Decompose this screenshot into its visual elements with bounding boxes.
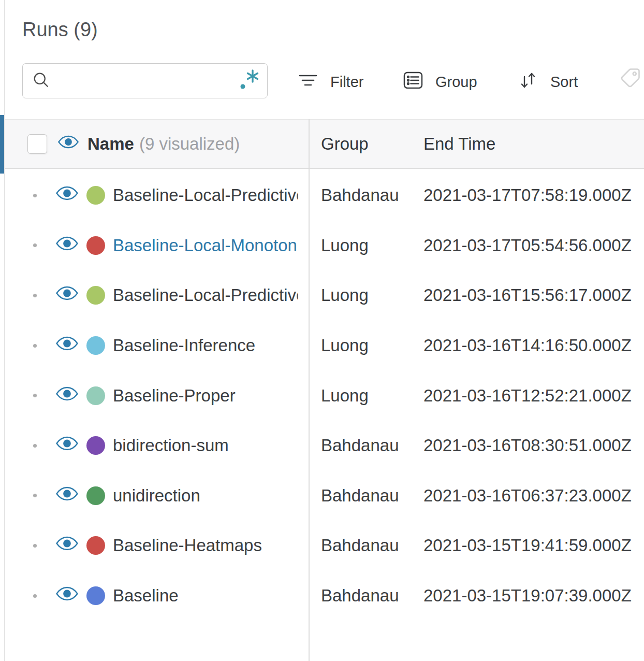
- group-icon: [403, 71, 423, 93]
- table-row: Baseline-Heatmaps Bahdanau 2021-03-15T19…: [5, 521, 644, 571]
- table-row: Baseline-Local-Predictive Luong 2021-03-…: [5, 270, 644, 321]
- drag-handle[interactable]: [33, 344, 37, 348]
- run-name-cell: Baseline-Inference: [5, 336, 309, 355]
- table-row: Baseline-Proper Luong 2021-03-16T12:52:2…: [5, 370, 644, 421]
- eye-icon[interactable]: [55, 236, 79, 255]
- table-row: Baseline-Local-Monotonic Luong 2021-03-1…: [5, 221, 644, 271]
- run-name-link[interactable]: Baseline-Heatmaps: [113, 536, 262, 555]
- filter-button[interactable]: Filter: [298, 71, 363, 92]
- run-color-dot[interactable]: [86, 436, 105, 455]
- run-name-cell: Baseline-Local-Monotonic: [5, 236, 309, 255]
- scrollbar-thumb[interactable]: [0, 115, 4, 174]
- drag-handle[interactable]: [33, 243, 37, 247]
- drag-handle[interactable]: [33, 294, 37, 297]
- run-color-dot[interactable]: [86, 286, 105, 305]
- run-name-cell: Baseline-Proper: [5, 386, 309, 406]
- run-name-cell: Baseline-Local-Predictive: [5, 285, 309, 305]
- run-group: Bahdanau: [309, 436, 411, 455]
- name-column-header[interactable]: Name (9 visualized): [5, 134, 309, 154]
- run-group: Luong: [309, 236, 411, 255]
- run-end-time: 2021-03-15T19:41:59.000Z: [411, 536, 644, 555]
- table-row: Baseline-Local-Predictive Bahdanau 2021-…: [5, 170, 644, 221]
- run-group: Luong: [309, 285, 411, 305]
- run-group: Bahdanau: [309, 536, 411, 555]
- run-end-time: 2021-03-16T08:30:51.000Z: [411, 436, 644, 455]
- run-name-link[interactable]: Baseline-Proper: [113, 386, 236, 406]
- table-row: Baseline-Inference Luong 2021-03-16T14:1…: [5, 321, 644, 371]
- run-name-cell: Baseline-Local-Predictive: [5, 185, 309, 205]
- eye-icon[interactable]: [55, 285, 79, 305]
- run-name-link[interactable]: unidirection: [113, 486, 200, 506]
- run-color-dot[interactable]: [86, 486, 105, 505]
- eye-icon[interactable]: [55, 486, 79, 506]
- tag-button[interactable]: [619, 69, 641, 90]
- run-color-dot[interactable]: [86, 536, 105, 555]
- drag-handle[interactable]: [33, 444, 37, 448]
- run-color-dot[interactable]: [86, 236, 105, 255]
- runs-table-body: Baseline-Local-Predictive Bahdanau 2021-…: [5, 170, 644, 621]
- run-name-cell: unidirection: [5, 486, 309, 506]
- eye-icon[interactable]: [55, 336, 79, 355]
- group-label: Group: [435, 74, 477, 91]
- visibility-eye-icon[interactable]: [57, 134, 79, 154]
- eye-icon[interactable]: [55, 586, 79, 606]
- group-button[interactable]: Group: [403, 71, 477, 92]
- eye-icon[interactable]: [55, 386, 79, 406]
- group-column-header[interactable]: Group: [309, 134, 411, 154]
- search-icon: [32, 70, 50, 91]
- run-end-time: 2021-03-17T07:58:19.000Z: [411, 185, 644, 205]
- run-name-link[interactable]: Baseline-Local-Monotonic: [113, 236, 298, 255]
- sort-label: Sort: [550, 74, 578, 91]
- run-color-dot[interactable]: [86, 586, 105, 605]
- run-name-link[interactable]: Baseline: [113, 586, 179, 606]
- run-name-link[interactable]: bidirection-sum: [113, 436, 229, 455]
- run-end-time: 2021-03-17T05:54:56.000Z: [411, 236, 644, 255]
- run-group: Bahdanau: [309, 486, 411, 506]
- eye-icon[interactable]: [55, 536, 79, 555]
- table-header: Name (9 visualized) Group End Time: [5, 119, 644, 169]
- select-all-checkbox[interactable]: [27, 134, 47, 154]
- drag-handle[interactable]: [33, 594, 37, 598]
- run-name-cell: Baseline-Heatmaps: [5, 536, 309, 555]
- run-color-dot[interactable]: [86, 186, 105, 205]
- run-group: Bahdanau: [309, 185, 411, 205]
- drag-handle[interactable]: [33, 544, 37, 548]
- run-name-cell: Baseline: [5, 586, 309, 606]
- run-end-time: 2021-03-16T15:56:17.000Z: [411, 285, 644, 305]
- table-row: unidirection Bahdanau 2021-03-16T06:37:2…: [5, 471, 644, 521]
- page-title: Runs (9): [22, 19, 98, 41]
- run-name-cell: bidirection-sum: [5, 436, 309, 455]
- eye-icon[interactable]: [55, 436, 79, 455]
- run-name-link[interactable]: Baseline-Inference: [113, 336, 255, 355]
- drag-handle[interactable]: [33, 194, 37, 197]
- tag-icon: [619, 67, 641, 93]
- run-end-time: 2021-03-15T19:07:39.000Z: [411, 586, 644, 606]
- filter-icon: [298, 73, 318, 91]
- table-row: bidirection-sum Bahdanau 2021-03-16T08:3…: [5, 421, 644, 471]
- run-end-time: 2021-03-16T06:37:23.000Z: [411, 486, 644, 506]
- eye-icon[interactable]: [55, 185, 79, 205]
- search-box[interactable]: [22, 63, 268, 98]
- run-group: Bahdanau: [309, 586, 411, 606]
- run-end-time: 2021-03-16T14:16:50.000Z: [411, 336, 644, 355]
- run-name-link[interactable]: Baseline-Local-Predictive: [113, 185, 298, 205]
- name-column-label: Name: [87, 134, 134, 154]
- run-group: Luong: [309, 336, 411, 355]
- table-row: Baseline Bahdanau 2021-03-15T19:07:39.00…: [5, 571, 644, 621]
- search-input[interactable]: [57, 72, 238, 90]
- visualized-count: (9 visualized): [139, 134, 240, 154]
- run-color-dot[interactable]: [86, 336, 105, 355]
- regex-icon[interactable]: [238, 68, 260, 94]
- sort-icon: [518, 71, 538, 93]
- run-group: Luong: [309, 386, 411, 406]
- drag-handle[interactable]: [33, 494, 37, 497]
- run-color-dot[interactable]: [86, 386, 105, 405]
- run-name-link[interactable]: Baseline-Local-Predictive: [113, 285, 298, 305]
- run-end-time: 2021-03-16T12:52:21.000Z: [411, 386, 644, 406]
- filter-label: Filter: [330, 74, 363, 91]
- drag-handle[interactable]: [33, 394, 37, 397]
- sort-button[interactable]: Sort: [518, 71, 578, 92]
- end-time-column-header[interactable]: End Time: [411, 134, 644, 154]
